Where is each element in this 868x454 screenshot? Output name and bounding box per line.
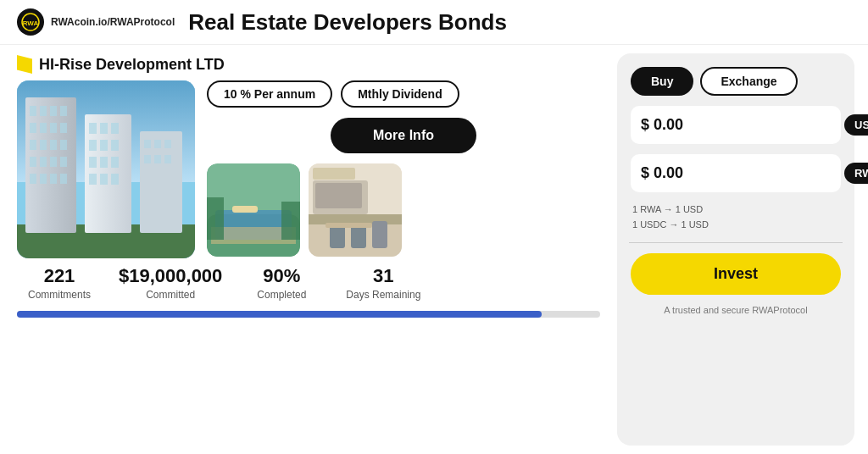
svg-rect-40 xyxy=(144,140,151,148)
more-info-button[interactable]: More Info xyxy=(331,118,476,153)
buy-tab[interactable]: Buy xyxy=(631,67,693,96)
usdc-label: USDC xyxy=(854,119,868,131)
progress-bar-container xyxy=(17,311,600,318)
page-title: Real Estate Developers Bonds xyxy=(188,9,507,36)
svg-rect-24 xyxy=(50,174,57,184)
svg-rect-14 xyxy=(30,140,36,150)
svg-rect-45 xyxy=(164,155,171,163)
svg-rect-8 xyxy=(50,106,57,116)
main-container: HI-Rise Development LTD xyxy=(0,45,868,454)
kitchen-image xyxy=(309,163,402,257)
svg-rect-20 xyxy=(50,157,57,167)
committed-label: Committed xyxy=(146,289,195,301)
commitments-value: 221 xyxy=(44,265,75,287)
svg-rect-13 xyxy=(60,123,67,133)
badges-row: 10 % Per annum Mthly Dividend xyxy=(207,80,459,108)
rwa-label: RWA xyxy=(854,167,868,180)
svg-rect-52 xyxy=(281,202,300,240)
svg-rect-51 xyxy=(207,197,224,240)
completed-label: Completed xyxy=(257,289,306,301)
stats-row: 221 Commitments $19,000,000 Committed 90… xyxy=(17,265,600,301)
stat-committed: $19,000,000 Committed xyxy=(119,265,222,301)
svg-text:RWA: RWA xyxy=(23,19,39,27)
svg-rect-42 xyxy=(164,140,171,148)
svg-rect-41 xyxy=(154,140,161,148)
svg-rect-21 xyxy=(60,157,67,167)
svg-rect-60 xyxy=(330,224,345,248)
dividend-badge: Mthly Dividend xyxy=(341,80,459,108)
divider xyxy=(629,242,843,243)
rate-info: 1 RWA → 1 USD 1 USDC → 1 USD xyxy=(631,202,841,232)
svg-rect-38 xyxy=(111,174,119,185)
right-panel: Buy Exchange USDC ▾ RWA ▾ 1 RWA → 1 USD … xyxy=(617,53,854,446)
svg-rect-23 xyxy=(40,174,47,184)
progress-bar-fill xyxy=(17,311,542,318)
completed-value: 90% xyxy=(263,265,300,287)
svg-rect-34 xyxy=(100,157,108,168)
rwa-input-row: RWA ▾ xyxy=(631,154,841,192)
yellow-bar-icon xyxy=(17,55,32,74)
svg-rect-12 xyxy=(50,123,57,133)
svg-rect-31 xyxy=(100,140,108,151)
days-label: Days Remaining xyxy=(346,289,420,301)
logo-icon: RWA xyxy=(17,8,44,36)
svg-rect-62 xyxy=(372,221,387,248)
commitments-label: Commitments xyxy=(28,289,91,301)
svg-rect-16 xyxy=(50,140,57,150)
tab-row: Buy Exchange xyxy=(631,67,841,96)
rate-rwa: 1 RWA → 1 USD xyxy=(632,202,839,218)
svg-rect-36 xyxy=(89,174,97,185)
invest-button[interactable]: Invest xyxy=(631,253,841,295)
committed-value: $19,000,000 xyxy=(119,265,222,287)
svg-rect-7 xyxy=(40,106,47,116)
stat-days: 31 Days Remaining xyxy=(341,265,426,301)
annual-return-badge: 10 % Per annum xyxy=(207,80,332,108)
svg-rect-32 xyxy=(111,140,119,151)
svg-rect-9 xyxy=(60,106,67,116)
badges-info-column: 10 % Per annum Mthly Dividend More Info xyxy=(207,80,600,257)
svg-rect-61 xyxy=(351,224,366,248)
small-images-row xyxy=(207,163,402,257)
svg-rect-59 xyxy=(313,168,355,180)
company-name: HI-Rise Development LTD xyxy=(39,56,225,74)
svg-rect-11 xyxy=(40,123,47,133)
days-value: 31 xyxy=(373,265,393,287)
svg-rect-28 xyxy=(100,123,108,134)
rwa-amount-input[interactable] xyxy=(641,164,837,182)
trust-text: A trusted and secure RWAProtocol xyxy=(631,305,841,315)
svg-rect-43 xyxy=(144,155,151,163)
svg-rect-19 xyxy=(40,157,47,167)
svg-rect-18 xyxy=(30,157,36,167)
main-building-image xyxy=(17,80,195,258)
svg-rect-6 xyxy=(30,106,36,116)
header: RWA RWAcoin.io/RWAProtocol Real Estate D… xyxy=(0,0,868,45)
content-row: 10 % Per annum Mthly Dividend More Info xyxy=(17,80,600,258)
svg-rect-50 xyxy=(232,206,258,213)
svg-rect-22 xyxy=(30,174,36,184)
svg-rect-27 xyxy=(89,123,97,134)
svg-rect-57 xyxy=(315,183,362,208)
svg-rect-33 xyxy=(89,157,97,168)
rwa-currency-select[interactable]: RWA ▾ xyxy=(844,163,868,184)
svg-rect-63 xyxy=(326,223,372,228)
svg-rect-15 xyxy=(40,140,47,150)
stat-commitments: 221 Commitments xyxy=(17,265,102,301)
svg-rect-10 xyxy=(30,123,36,133)
logo-area: RWA RWAcoin.io/RWAProtocol xyxy=(17,8,175,36)
usdc-input-row: USDC ▾ xyxy=(631,106,841,144)
exchange-tab[interactable]: Exchange xyxy=(700,67,797,96)
svg-rect-44 xyxy=(154,155,161,163)
svg-rect-25 xyxy=(60,174,67,184)
svg-rect-30 xyxy=(89,140,97,151)
usdc-currency-select[interactable]: USDC ▾ xyxy=(844,114,868,136)
svg-rect-17 xyxy=(60,140,67,150)
company-row: HI-Rise Development LTD xyxy=(17,55,600,74)
stat-completed: 90% Completed xyxy=(239,265,324,301)
rate-usdc: 1 USDC → 1 USD xyxy=(632,218,839,233)
svg-rect-37 xyxy=(100,174,108,185)
left-panel: HI-Rise Development LTD xyxy=(0,45,617,454)
logo-text: RWAcoin.io/RWAProtocol xyxy=(51,16,175,28)
pool-image xyxy=(207,163,300,257)
usdc-amount-input[interactable] xyxy=(641,116,837,134)
svg-rect-29 xyxy=(111,123,119,134)
